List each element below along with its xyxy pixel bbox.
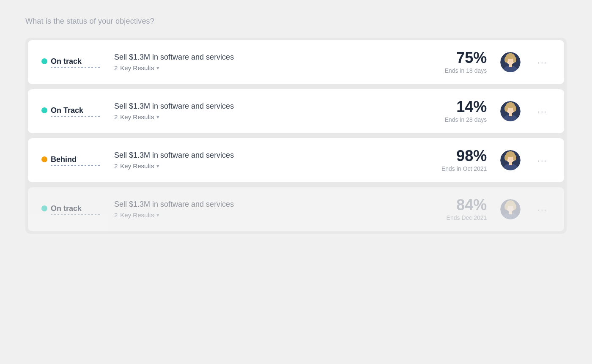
more-menu-2[interactable]: ··· <box>534 105 551 118</box>
objective-card-3: Behind Sell $1.3M in software and servic… <box>28 138 564 182</box>
status-label-4: On track <box>41 204 82 213</box>
status-text-3: Behind <box>51 155 77 164</box>
svg-point-4 <box>504 57 508 63</box>
svg-rect-31 <box>509 211 512 214</box>
status-section-3: Behind <box>41 155 101 166</box>
objective-info-4: Sell $1.3M in software and services 2 Ke… <box>114 200 406 219</box>
status-text-2: On Track <box>51 106 83 115</box>
status-underline-2 <box>51 116 101 117</box>
more-menu-1[interactable]: ··· <box>534 56 551 69</box>
avatar-4 <box>500 199 521 219</box>
objective-card-1: On track Sell $1.3M in software and serv… <box>28 40 564 84</box>
status-section-1: On track <box>41 57 101 68</box>
status-section-4: On track <box>41 204 101 215</box>
objective-title-4: Sell $1.3M in software and services <box>114 200 406 209</box>
status-label-1: On track <box>41 57 82 66</box>
key-results-chevron-1[interactable]: ▾ <box>156 65 159 71</box>
more-menu-4[interactable]: ··· <box>534 203 551 216</box>
ends-text-4: Ends Dec 2021 <box>447 214 487 221</box>
status-underline-4 <box>51 214 101 215</box>
status-underline-1 <box>51 67 101 68</box>
key-results-label-3: Key Results <box>120 162 154 170</box>
objective-info-3: Sell $1.3M in software and services 2 Ke… <box>114 151 406 170</box>
svg-rect-7 <box>509 64 512 67</box>
key-results-label-1: Key Results <box>120 64 154 71</box>
svg-point-21 <box>513 155 516 161</box>
progress-percent-4: 84% <box>456 197 487 213</box>
objective-card-2: On Track Sell $1.3M in software and serv… <box>28 89 564 133</box>
status-dot-2 <box>41 107 47 113</box>
key-results-count-4: 2 <box>114 211 118 219</box>
progress-section-1: 75% Ends in 18 days <box>419 50 487 74</box>
key-results-chevron-3[interactable]: ▾ <box>156 163 159 169</box>
status-dot-3 <box>41 156 47 162</box>
svg-point-13 <box>513 106 516 112</box>
key-results-chevron-2[interactable]: ▾ <box>156 114 159 120</box>
objectives-list: On track Sell $1.3M in software and serv… <box>25 38 567 234</box>
objective-title-3: Sell $1.3M in software and services <box>114 151 406 160</box>
avatar-1 <box>500 52 521 72</box>
key-results-row-4: 2 Key Results ▾ <box>114 211 406 219</box>
key-results-row-1: 2 Key Results ▾ <box>114 64 406 71</box>
key-results-count-1: 2 <box>114 64 118 71</box>
avatar-3 <box>500 150 521 170</box>
avatar-2 <box>500 101 521 121</box>
ends-text-2: Ends in 28 days <box>445 116 487 123</box>
svg-point-20 <box>504 155 508 161</box>
svg-rect-23 <box>509 162 512 165</box>
ends-text-3: Ends in Oct 2021 <box>441 165 487 172</box>
status-label-2: On Track <box>41 106 83 115</box>
progress-percent-1: 75% <box>456 50 487 66</box>
key-results-label-2: Key Results <box>120 113 154 120</box>
svg-rect-15 <box>509 113 512 116</box>
progress-section-4: 84% Ends Dec 2021 <box>419 197 487 221</box>
status-section-2: On Track <box>41 106 101 117</box>
status-text-1: On track <box>51 57 82 66</box>
progress-section-2: 14% Ends in 28 days <box>419 99 487 123</box>
more-menu-3[interactable]: ··· <box>534 154 551 167</box>
svg-point-29 <box>513 204 516 210</box>
objective-card-4: On track Sell $1.3M in software and serv… <box>28 187 564 231</box>
objective-info-2: Sell $1.3M in software and services 2 Ke… <box>114 102 406 120</box>
status-underline-3 <box>51 165 101 166</box>
progress-section-3: 98% Ends in Oct 2021 <box>419 148 487 172</box>
status-text-4: On track <box>51 204 82 213</box>
svg-point-5 <box>513 57 516 63</box>
key-results-row-3: 2 Key Results ▾ <box>114 162 406 170</box>
objective-title-2: Sell $1.3M in software and services <box>114 102 406 111</box>
key-results-label-4: Key Results <box>120 211 154 219</box>
objective-title-1: Sell $1.3M in software and services <box>114 53 406 62</box>
status-dot-1 <box>41 58 47 64</box>
progress-percent-2: 14% <box>456 99 487 115</box>
ends-text-1: Ends in 18 days <box>445 67 487 74</box>
svg-point-28 <box>504 204 508 210</box>
svg-point-12 <box>504 106 508 112</box>
progress-percent-3: 98% <box>456 148 487 164</box>
status-dot-4 <box>41 205 47 211</box>
page-title: What is the status of your objectives? <box>25 17 567 26</box>
key-results-chevron-4[interactable]: ▾ <box>156 212 159 218</box>
page-container: What is the status of your objectives? O… <box>25 17 567 234</box>
key-results-count-2: 2 <box>114 113 118 120</box>
objective-info-1: Sell $1.3M in software and services 2 Ke… <box>114 53 406 71</box>
key-results-count-3: 2 <box>114 162 118 170</box>
key-results-row-2: 2 Key Results ▾ <box>114 113 406 120</box>
status-label-3: Behind <box>41 155 77 164</box>
